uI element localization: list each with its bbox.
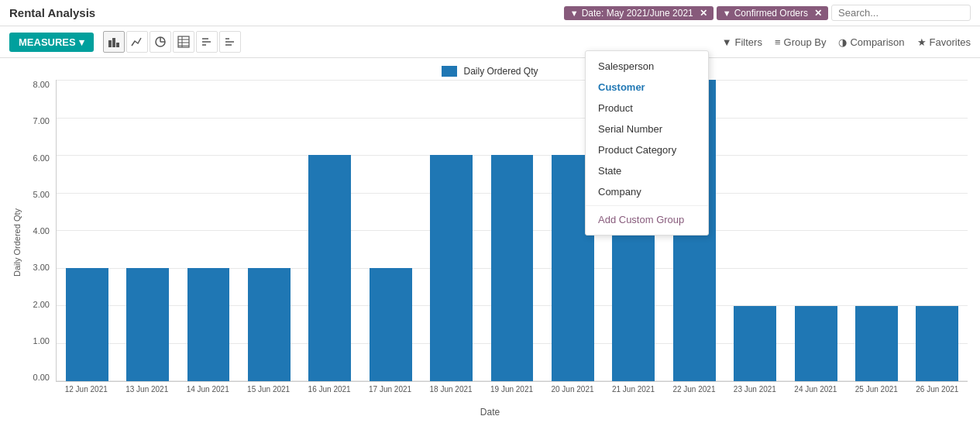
svg-rect-1 [112, 38, 115, 47]
bar-group[interactable] [57, 80, 117, 381]
date-filter-label: Date: May 2021/June 2021 [582, 8, 693, 19]
bar[interactable] [734, 306, 776, 381]
bar-group[interactable] [300, 80, 360, 381]
x-label: 18 Jun 2021 [421, 382, 481, 405]
y-tick: 8.00 [25, 80, 50, 89]
bar[interactable] [430, 155, 473, 381]
dropdown-item-company[interactable]: Company [586, 181, 708, 202]
y-tick: 6.00 [25, 153, 50, 163]
bar[interactable] [308, 155, 351, 381]
group-by-label: Group By [784, 36, 827, 48]
bar[interactable] [187, 268, 230, 381]
dropdown-item-product[interactable]: Product [586, 98, 708, 119]
toolbar: MEASURES ▾ ▼ Filters ≡ Group By [0, 26, 980, 58]
bar-group[interactable] [786, 80, 846, 381]
x-labels: 12 Jun 202113 Jun 202114 Jun 202115 Jun … [56, 382, 968, 405]
bar[interactable] [126, 268, 169, 381]
x-axis-title: Date [12, 407, 968, 418]
bar[interactable] [855, 306, 898, 381]
confirmed-filter-icon: ▼ [723, 9, 731, 18]
bar[interactable] [795, 306, 837, 381]
y-tick: 7.00 [25, 116, 50, 126]
bar-group[interactable] [239, 80, 299, 381]
bar-chart-icon[interactable] [103, 31, 125, 53]
bars-area [56, 80, 968, 382]
bar-group[interactable] [482, 80, 542, 381]
group-by-icon: ≡ [775, 36, 781, 48]
date-filter-remove[interactable]: ✕ [700, 8, 707, 19]
bar-group[interactable] [117, 80, 177, 381]
table-icon[interactable] [173, 31, 194, 53]
measures-button[interactable]: MEASURES ▾ [9, 33, 94, 52]
filters-button[interactable]: ▼ Filters [722, 36, 762, 48]
x-label: 17 Jun 2021 [359, 382, 420, 405]
x-label: 20 Jun 2021 [542, 382, 603, 405]
dropdown-item-salesperson[interactable]: Salesperson [586, 56, 708, 77]
group-by-dropdown: Salesperson Customer Product Serial Numb… [585, 50, 709, 236]
y-tick: 0.00 [25, 373, 50, 382]
chart-type-icons [103, 31, 241, 53]
sort-asc-icon[interactable] [196, 31, 218, 53]
dropdown-item-customer[interactable]: Customer [586, 77, 708, 98]
y-tick: 4.00 [25, 226, 50, 236]
dropdown-item-add-custom[interactable]: Add Custom Group [586, 209, 708, 230]
dropdown-item-product-category[interactable]: Product Category [586, 139, 708, 160]
x-label: 22 Jun 2021 [664, 382, 724, 405]
dropdown-divider [586, 205, 708, 206]
filters-label: Filters [735, 36, 762, 48]
bar-group[interactable] [846, 80, 906, 381]
bar-group[interactable] [724, 80, 785, 381]
bar-group[interactable] [178, 80, 239, 381]
x-label: 23 Jun 2021 [724, 382, 785, 405]
x-label: 21 Jun 2021 [603, 382, 663, 405]
y-tick: 3.00 [25, 263, 50, 272]
page-title: Rental Analysis [9, 6, 95, 19]
bar[interactable] [916, 306, 958, 381]
line-chart-icon[interactable] [126, 31, 148, 53]
x-label: 24 Jun 2021 [786, 382, 846, 405]
comparison-icon: ◑ [838, 36, 847, 48]
toolbar-right: ▼ Filters ≡ Group By ◑ Comparison ★ Favo… [722, 36, 971, 48]
y-tick: 5.00 [25, 190, 50, 199]
header-bar: Rental Analysis ▼ Date: May 2021/June 20… [0, 0, 980, 26]
confirmed-filter-label: Confirmed Orders [734, 8, 808, 19]
y-tick: 2.00 [25, 300, 50, 309]
filters-icon: ▼ [722, 36, 732, 48]
y-ticks: 0.001.002.003.004.005.006.007.008.00 [25, 80, 53, 382]
date-filter-tag: ▼ Date: May 2021/June 2021 ✕ [564, 6, 714, 20]
search-input[interactable] [831, 5, 971, 21]
dropdown-item-state[interactable]: State [586, 160, 708, 181]
bar[interactable] [66, 268, 108, 381]
dropdown-item-serial-number[interactable]: Serial Number [586, 119, 708, 139]
group-by-button[interactable]: ≡ Group By [775, 36, 827, 48]
x-label: 19 Jun 2021 [481, 382, 542, 405]
chart-container: Daily Ordered Qty 0.001.002.003.004.005.… [12, 80, 968, 405]
pie-chart-icon[interactable] [150, 31, 171, 53]
measures-arrow: ▾ [79, 36, 84, 48]
comparison-label: Comparison [850, 36, 904, 48]
x-label: 16 Jun 2021 [299, 382, 359, 405]
svg-rect-0 [108, 40, 112, 47]
favorites-button[interactable]: ★ Favorites [917, 36, 971, 48]
bar[interactable] [491, 155, 534, 381]
svg-rect-2 [116, 43, 119, 47]
filter-icon: ▼ [570, 9, 579, 18]
bar-group[interactable] [421, 80, 481, 381]
chart-legend: Daily Ordered Qty [12, 66, 968, 77]
filter-tags: ▼ Date: May 2021/June 2021 ✕ ▼ Confirmed… [564, 5, 971, 21]
sort-desc-icon[interactable] [219, 31, 241, 53]
x-label: 13 Jun 2021 [116, 382, 177, 405]
legend-color-swatch [442, 66, 457, 77]
confirmed-filter-remove[interactable]: ✕ [814, 8, 822, 19]
x-label: 14 Jun 2021 [177, 382, 238, 405]
chart-area: Daily Ordered Qty Daily Ordered Qty 0.00… [0, 58, 980, 418]
x-label: 12 Jun 2021 [56, 382, 116, 405]
bar[interactable] [248, 268, 291, 381]
x-label: 25 Jun 2021 [846, 382, 906, 405]
bar[interactable] [370, 268, 412, 381]
favorites-label: Favorites [930, 36, 971, 48]
comparison-button[interactable]: ◑ Comparison [838, 36, 904, 48]
x-label: 15 Jun 2021 [238, 382, 298, 405]
bar-group[interactable] [907, 80, 968, 381]
bar-group[interactable] [360, 80, 421, 381]
